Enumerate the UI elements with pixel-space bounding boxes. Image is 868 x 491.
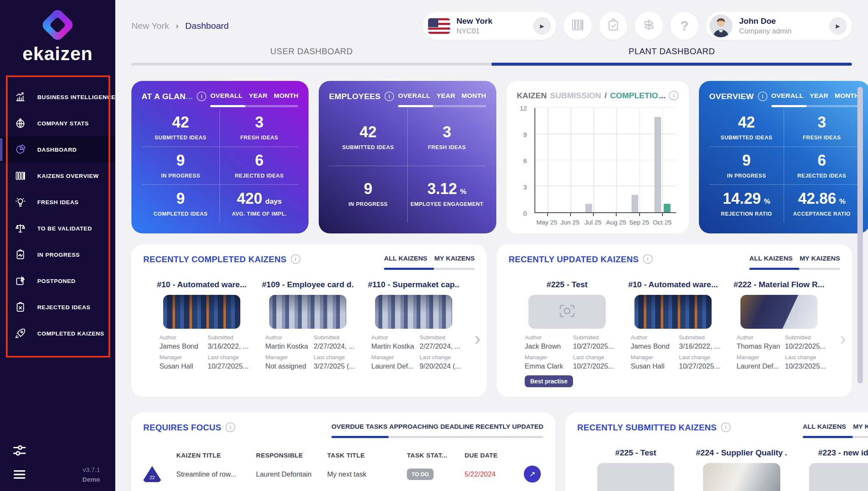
sidebar-item-dashboard[interactable]: DASHBOARD [0, 136, 115, 163]
kaizen-item[interactable]: #225 - Test AuthorJack Brown Submitted10… [521, 280, 613, 387]
kaizen-item[interactable]: #110 - Supermaket cap... AuthorMartin Ko… [368, 280, 459, 370]
kaizen-item[interactable]: #109 - Employee card d... AuthorMartin K… [262, 280, 353, 370]
kaizen-item[interactable]: #222 - Material Flow R... AuthorThomas R… [733, 280, 825, 387]
info-icon[interactable]: i [643, 254, 653, 264]
chart-plot [534, 108, 676, 213]
open-task-button[interactable]: ↗ [524, 466, 541, 483]
info-icon[interactable]: i [384, 92, 394, 101]
sidebar-item-label: FRESH IDEAS [37, 199, 78, 205]
tab-overall[interactable]: OVERALL [771, 92, 804, 100]
info-icon[interactable]: i [721, 422, 731, 432]
tab-all-kaizens[interactable]: ALL KAIZENS [749, 255, 793, 262]
chart-ylabels: 036912 [517, 108, 531, 213]
version-number: v3.7.1 [82, 465, 100, 475]
user-expand-button[interactable]: ▶ [829, 17, 847, 35]
tab-year[interactable]: YEAR [810, 92, 828, 100]
camera-icon [559, 304, 575, 319]
breadcrumb-location[interactable]: New York [131, 21, 169, 31]
tab-month[interactable]: MONTH [835, 92, 859, 100]
collapse-menu-button[interactable] [12, 467, 27, 484]
sidebar-item-label: DASHBOARD [37, 147, 77, 153]
task-status-badge: TO DO [407, 469, 434, 480]
sidebar-item-completed-kaizens[interactable]: COMPLETED KAIZENS [0, 320, 115, 347]
section-title: RECENTLY UPDATED KAIZENS [509, 255, 639, 264]
tab-my-kaizens[interactable]: MY KAIZENS [800, 255, 840, 262]
submission-chart: 036912 May 25Jun 25Jul 25Aug 25Sep 25Oct… [534, 106, 676, 226]
sidebar-item-fresh-ideas[interactable]: FRESH IDEAS [0, 189, 115, 215]
tab-overdue-tasks[interactable]: OVERDUE TASKS [331, 423, 387, 430]
dashboard-tabs: USER DASHBOARD PLANT DASHBOARD [131, 47, 852, 66]
tab-my-kaizens[interactable]: MY KAIZENS [434, 255, 475, 262]
tab-overall[interactable]: OVERALL [398, 92, 430, 100]
tab-plant-dashboard[interactable]: PLANT DASHBOARD [492, 47, 852, 66]
sidebar-item-rejected-ideas[interactable]: REJECTED IDEAS [0, 294, 115, 320]
tab-my-kaizens[interactable]: MY KAIZENS [853, 423, 868, 430]
tab-year[interactable]: YEAR [437, 92, 455, 100]
period-tab-track [398, 105, 486, 107]
info-icon[interactable]: i [197, 92, 206, 101]
info-icon[interactable]: i [225, 422, 235, 432]
tab-all-kaizens[interactable]: ALL KAIZENS [803, 423, 846, 430]
sidebar-item-label: KAIZENS OVERVIEW [37, 173, 99, 179]
info-icon[interactable]: i [669, 91, 679, 100]
kaizen-item[interactable]: #225 - Test [590, 448, 682, 491]
kaizen-filter-tabs: ALL KAIZENS MY KAIZENS [803, 423, 868, 438]
tab-month[interactable]: MONTH [274, 92, 298, 100]
stat-cards-row: AT A GLAN... i OVERALL YEAR MONTH 42SUBM… [131, 81, 852, 233]
help-button[interactable]: ? [670, 12, 698, 40]
tab-recently-updated[interactable]: RECENTLY UPDATED [476, 423, 543, 430]
pie-chart-icon [14, 144, 26, 155]
focus-tab-indicator [331, 436, 389, 438]
info-icon[interactable]: i [291, 254, 300, 264]
kaizens-board-button[interactable] [564, 12, 592, 40]
tab-overall[interactable]: OVERALL [210, 92, 242, 100]
sidebar-item-company-stats[interactable]: COMPANY STATS [0, 110, 115, 136]
kaizen-item[interactable]: #10 - Automated ware... AuthorJames Bond… [156, 280, 248, 370]
sidebar-item-in-progress[interactable]: IN PROGRESS [0, 241, 115, 268]
tasks-button[interactable] [599, 12, 627, 40]
table-row[interactable]: 22 Streamline of row... Laurent Defontai… [143, 466, 543, 483]
tab-year[interactable]: YEAR [249, 92, 267, 100]
period-tab-indicator [771, 105, 807, 107]
location-selector[interactable]: New York NYC01 ▶ [423, 12, 556, 40]
lightbulb-icon [14, 196, 26, 208]
focus-tabs: OVERDUE TASKS APPROACHING DEADLINE RECEN… [331, 423, 543, 438]
carousel-next-button[interactable]: › [840, 329, 846, 348]
chart-xlabels: May 25Jun 25Jul 25Aug 25Sep 25Oct 25 [534, 216, 676, 226]
tab-approaching-deadline[interactable]: APPROACHING DEADLINE [389, 423, 474, 430]
sidebar-item-postponed[interactable]: POSTPONED [0, 268, 115, 294]
kaizen-filter-tabs: ALL KAIZENS MY KAIZENS [384, 255, 475, 270]
cell-kaizen-title: Streamline of row... [176, 470, 253, 478]
clipboard-pulse-icon [14, 249, 26, 261]
sidebar-item-business-intelligence[interactable]: BUSINESS INTELLIGENCE [0, 84, 115, 110]
filters-button[interactable] [12, 443, 27, 460]
kaizen-item[interactable]: #224 - Supplier Quality ... [696, 448, 787, 491]
info-icon[interactable]: i [758, 92, 768, 101]
question-mark-icon: ? [680, 18, 689, 34]
col-task-status: TASK STAT... [407, 452, 461, 459]
kaizen-item[interactable]: #10 - Automated ware... AuthorJames Bond… [627, 280, 719, 387]
stat-avg-time: 420daysAVG. TIME OF IMPL. [220, 185, 298, 222]
tab-month[interactable]: MONTH [462, 92, 486, 100]
stat-submitted-ideas: 42SUBMITTED IDEAS [142, 109, 220, 147]
tab-all-kaizens[interactable]: ALL KAIZENS [384, 255, 427, 262]
rocket-icon [14, 327, 26, 339]
location-expand-button[interactable]: ▶ [533, 17, 551, 35]
kaizen-photo [703, 463, 780, 491]
carousel-next-button[interactable]: › [474, 329, 481, 348]
stats-grid: 42SUBMITTED IDEAS 3FRESH IDEAS 9IN PROGR… [329, 109, 486, 222]
kaizen-items: #225 - Test AuthorJack Brown Submitted10… [509, 280, 840, 387]
kaizen-item[interactable]: #223 - new idea [802, 448, 868, 491]
chart-title: KAIZEN SUBMISSION / COMPLETIO... i [517, 91, 679, 100]
chart-trend-icon [14, 91, 26, 103]
ekaizen-app: ekaizen BUSINESS INTELLIGENCE COMPANY ST… [0, 0, 868, 491]
guide-button[interactable] [635, 12, 663, 40]
col-task-title: TASK TITLE [327, 452, 403, 459]
bottom-row: REQUIRES FOCUS i OVERDUE TASKS APPROACHI… [131, 413, 852, 491]
sidebar-item-kaizens-overview[interactable]: KAIZENS OVERVIEW [0, 163, 115, 189]
page-scrollbar[interactable] [857, 87, 863, 383]
sidebar-item-to-be-validated[interactable]: TO BE VALIDATED [0, 215, 115, 241]
user-menu[interactable]: John Doe Company admin ▶ [706, 12, 852, 40]
stat-submitted-ideas: 42SUBMITTED IDEAS [329, 109, 407, 166]
tab-user-dashboard[interactable]: USER DASHBOARD [131, 47, 492, 66]
